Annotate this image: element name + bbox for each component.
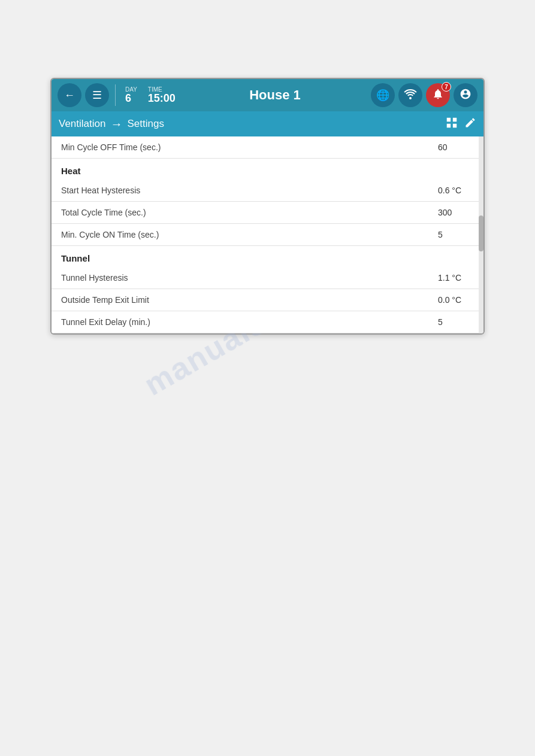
nav-bar: Ventilation → Settings	[52, 111, 483, 136]
content-wrapper: Min Cycle OFF Time (sec.) 60 Heat Start …	[52, 136, 483, 333]
header-right-buttons: 🌐 7	[371, 83, 477, 107]
breadcrumb: Ventilation → Settings	[59, 117, 164, 131]
device-frame: ← ☰ DAY 6 TIME 15:00 House 1 🌐	[50, 78, 485, 335]
header-bar: ← ☰ DAY 6 TIME 15:00 House 1 🌐	[52, 79, 483, 111]
row-label: Total Cycle Time (sec.)	[61, 208, 438, 217]
menu-button[interactable]: ☰	[85, 83, 109, 107]
breadcrumb-arrow: →	[110, 117, 122, 131]
row-label: Tunnel Hysteresis	[61, 273, 438, 283]
breadcrumb-ventilation[interactable]: Ventilation	[59, 118, 105, 130]
settings-table: Min Cycle OFF Time (sec.) 60 Heat Start …	[52, 136, 483, 333]
row-label: Min. Cycle ON Time (sec.)	[61, 230, 438, 239]
table-row: Start Heat Hysteresis 0.6 °C	[52, 180, 483, 202]
row-value: 5	[438, 230, 474, 239]
alert-badge: 7	[442, 82, 451, 92]
row-value: 0.6 °C	[438, 186, 474, 195]
row-label: Start Heat Hysteresis	[61, 186, 438, 195]
nav-right-buttons	[445, 116, 476, 132]
section-header-heat: Heat	[52, 159, 483, 180]
scrollbar-track	[479, 136, 483, 333]
table-row: Tunnel Exit Delay (min.) 5	[52, 311, 483, 333]
wifi-button[interactable]	[398, 83, 422, 107]
table-row: Min Cycle OFF Time (sec.) 60	[52, 136, 483, 159]
globe-button[interactable]: 🌐	[371, 83, 395, 107]
globe-icon: 🌐	[376, 89, 389, 102]
time-label: TIME	[148, 86, 162, 93]
time-value: 15:00	[148, 93, 176, 105]
row-label: Outside Temp Exit Limit	[61, 295, 438, 305]
user-icon	[460, 88, 471, 103]
row-label: Min Cycle OFF Time (sec.)	[61, 142, 438, 152]
edit-icon	[464, 117, 476, 132]
table-row: Total Cycle Time (sec.) 300	[52, 202, 483, 224]
menu-icon: ☰	[92, 89, 102, 102]
row-value: 300	[438, 208, 474, 217]
user-button[interactable]	[454, 83, 477, 107]
row-value: 1.1 °C	[438, 273, 474, 283]
settings-content: Min Cycle OFF Time (sec.) 60 Heat Start …	[52, 136, 483, 333]
back-icon: ←	[64, 89, 75, 102]
section-header-tunnel: Tunnel	[52, 246, 483, 267]
row-value: 60	[438, 142, 474, 152]
grid-view-button[interactable]	[445, 116, 458, 132]
table-row: Tunnel Hysteresis 1.1 °C	[52, 267, 483, 289]
back-button[interactable]: ←	[58, 83, 81, 107]
alert-button[interactable]: 7	[426, 83, 450, 107]
table-row: Outside Temp Exit Limit 0.0 °C	[52, 289, 483, 311]
time-display: TIME 15:00	[148, 86, 176, 105]
header-title: House 1	[183, 87, 367, 103]
row-label: Tunnel Exit Delay (min.)	[61, 317, 438, 327]
scrollbar-thumb[interactable]	[479, 215, 483, 251]
grid-icon	[445, 116, 458, 132]
row-value: 5	[438, 317, 474, 327]
day-label: DAY	[125, 86, 137, 93]
breadcrumb-settings[interactable]: Settings	[127, 118, 164, 130]
edit-button[interactable]	[464, 117, 476, 132]
day-value: 6	[125, 93, 131, 105]
header-divider	[115, 84, 116, 106]
day-display: DAY 6	[125, 86, 137, 105]
wifi-icon	[404, 89, 417, 102]
row-value: 0.0 °C	[438, 295, 474, 305]
table-row: Min. Cycle ON Time (sec.) 5	[52, 224, 483, 246]
